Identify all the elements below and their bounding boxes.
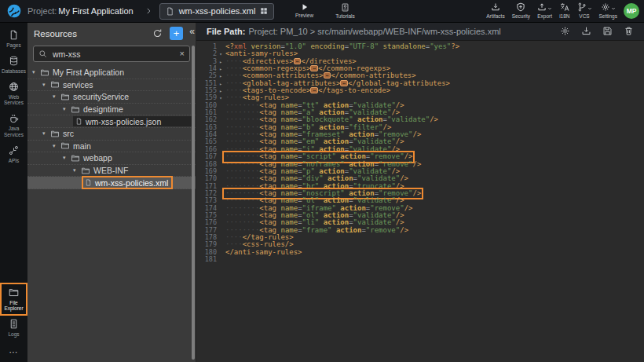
code-line[interactable]: 180</anti-samy-rules> — [196, 249, 644, 256]
tree-item-services[interactable]: ▾services — [27, 79, 196, 92]
clear-search-icon[interactable]: × — [180, 49, 185, 58]
caret-down-icon[interactable]: ▾ — [53, 143, 60, 149]
user-avatar[interactable]: MP — [624, 3, 639, 19]
left-rail: PagesDatabasesWeb ServicesJava ServicesA… — [0, 22, 27, 362]
book-icon — [341, 3, 349, 12]
project-name: My First Application — [58, 6, 133, 16]
tree-item-main[interactable]: ▾main — [27, 141, 196, 153]
wavemaker-logo-icon[interactable] — [0, 3, 27, 19]
download-file-icon[interactable] — [581, 26, 591, 36]
tree-item-wm-xss-policies-xml[interactable]: wm-xss-policies.xml — [27, 177, 196, 189]
caret-down-icon[interactable]: ▾ — [42, 130, 50, 137]
tree-item-wm-xss-policies-json[interactable]: wm-xss-policies.json — [27, 115, 196, 128]
refresh-icon[interactable] — [152, 28, 163, 38]
preview-button[interactable]: Preview — [295, 0, 313, 22]
folder-icon — [71, 154, 80, 163]
settings-gear-icon[interactable] — [560, 26, 570, 36]
tree-item-designtime[interactable]: ▾designtime — [27, 104, 196, 116]
code-line[interactable]: 181 — [196, 256, 644, 263]
code-text: </anti-samy-rules> — [225, 249, 302, 256]
more-options-icon[interactable]: ⋯ — [9, 341, 19, 362]
collapsed-code-widget[interactable]: ↔ — [310, 87, 318, 93]
page-icon — [9, 30, 19, 40]
collapsed-code-widget[interactable]: ↔ — [310, 65, 318, 71]
collapsed-code-widget[interactable]: ↔ — [294, 58, 302, 64]
item-label: Export — [537, 13, 552, 19]
sidebar-item-java-services[interactable]: Java Services — [1, 109, 27, 141]
folder-icon — [50, 80, 60, 89]
topbar-center: Preview Tutorials — [295, 0, 355, 22]
folder-icon — [81, 166, 90, 175]
fold-toggle-icon[interactable]: ▸ — [217, 72, 225, 79]
item-label: designtime — [83, 104, 123, 114]
tree-item-web-inf[interactable]: ▾WEB-INF — [27, 165, 196, 177]
preview-label: Preview — [295, 13, 313, 18]
open-file-tab[interactable]: wm-xss-policies.xml — [159, 3, 275, 20]
caret-down-icon[interactable]: ▾ — [63, 155, 71, 161]
item-label: Artifacts — [486, 13, 504, 19]
topbar-item-settings[interactable]: Settings — [599, 2, 618, 19]
topbar-item-artifacts[interactable]: Artifacts — [486, 2, 504, 19]
resources-scrollbar[interactable] — [192, 46, 195, 360]
fold-toggle-icon[interactable]: ▾ — [217, 50, 225, 57]
sidebar-item-file-explorer[interactable]: File Explorer — [1, 283, 27, 316]
tree-item-my-first-application[interactable]: ▾My First Application — [27, 67, 196, 79]
tutorials-button[interactable]: Tutorials — [335, 0, 355, 22]
line-number: 181 — [196, 256, 217, 263]
sidebar-item-logs[interactable]: Logs — [1, 315, 27, 341]
fold-toggle-icon[interactable]: ▾ — [217, 94, 225, 101]
topbar-item-export[interactable]: Export — [537, 2, 552, 19]
caret-down-icon[interactable]: ▾ — [32, 69, 40, 75]
add-resource-button[interactable]: + — [170, 27, 183, 40]
topbar-item-vcs[interactable]: VCS — [577, 2, 592, 19]
shield-icon — [516, 2, 525, 12]
collapsed-code-widget[interactable]: ↔ — [324, 72, 331, 79]
delete-trash-icon[interactable] — [624, 26, 634, 36]
item-label: Web Services — [1, 94, 27, 107]
topbar-item-i18n[interactable]: i18N — [559, 2, 569, 19]
sidebar-item-web-services[interactable]: Web Services — [1, 78, 27, 110]
folder-icon — [71, 105, 80, 114]
sidebar-item-apis[interactable]: APIs — [1, 141, 27, 167]
sidebar-item-databases[interactable]: Databases — [1, 52, 27, 78]
item-label: Security — [512, 13, 530, 19]
item-label: src — [63, 129, 74, 138]
database-icon — [9, 56, 19, 66]
coffee-icon — [9, 113, 19, 123]
file-path-label: File Path: — [207, 27, 246, 36]
collapsed-code-widget[interactable]: ↔ — [340, 80, 348, 86]
tree-item-securityservice[interactable]: ▾securityService — [27, 91, 196, 104]
file-entry: wm-xss-policies.xml — [83, 177, 171, 188]
tree-item-webapp[interactable]: ▾webapp — [27, 152, 196, 165]
sidebar-item-pages[interactable]: Pages — [1, 26, 27, 52]
fold-toggle-icon[interactable]: ▸ — [217, 65, 225, 72]
file-entry: wm-xss-policies.json — [73, 116, 193, 126]
topbar-actions: ArtifactsSecurityExporti18NVCSSettings — [486, 0, 617, 22]
grid-menu-icon[interactable] — [260, 7, 268, 15]
tree-item-src[interactable]: ▾src — [27, 128, 196, 141]
chevron-down-icon — [611, 6, 616, 11]
fold-toggle-icon[interactable]: ▸ — [217, 80, 225, 87]
play-icon — [301, 3, 309, 11]
caret-down-icon[interactable]: ▾ — [42, 82, 50, 88]
topbar-item-security[interactable]: Security — [512, 2, 530, 19]
search-input[interactable] — [51, 49, 176, 60]
fold-toggle-icon[interactable]: ▸ — [217, 58, 225, 65]
fold-toggle-icon[interactable]: ▸ — [217, 87, 225, 94]
resources-panel: Resources + « × ▾My First Application▾se… — [27, 22, 196, 362]
caret-down-icon[interactable]: ▾ — [63, 106, 71, 112]
save-icon[interactable] — [602, 26, 613, 36]
editor-toolbar — [560, 26, 634, 36]
collapse-panel-icon[interactable]: « — [189, 26, 195, 37]
chevron-down-icon — [587, 6, 592, 11]
caret-down-icon[interactable]: ▾ — [73, 167, 81, 174]
caret-down-icon[interactable]: ▾ — [53, 93, 60, 100]
topbar: Project:My First Application wm-xss-poli… — [0, 0, 644, 23]
export-icon — [537, 2, 547, 12]
file-icon — [166, 7, 174, 16]
folder-icon — [9, 287, 19, 298]
code-editor[interactable]: 1<?xml version="1.0" encoding="UTF-8" st… — [196, 41, 644, 362]
item-label: File Explorer — [1, 300, 27, 313]
logs-icon — [9, 319, 19, 329]
item-label: main — [73, 141, 91, 151]
